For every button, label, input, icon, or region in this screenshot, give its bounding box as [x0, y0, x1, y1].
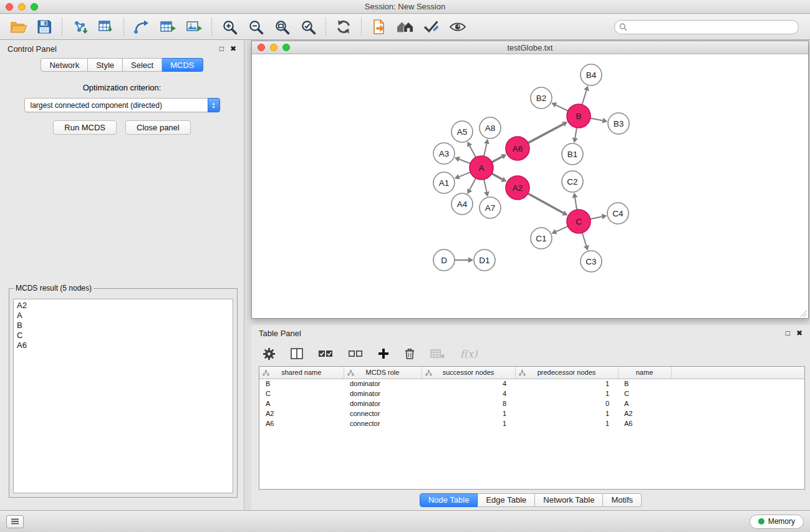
run-mcds-button[interactable]: Run MCDS: [53, 120, 117, 135]
delete-table-button[interactable]: [430, 349, 445, 359]
graph-edge-C-C1[interactable]: [556, 226, 568, 232]
export-table-button[interactable]: [155, 16, 181, 38]
graph-node-A8[interactable]: A8: [480, 117, 501, 138]
column-header-successor-nodes[interactable]: successor nodes: [422, 367, 515, 379]
tab-motifs[interactable]: Motifs: [603, 493, 642, 507]
column-header-mcds-role[interactable]: MCDS role: [344, 367, 422, 379]
graph-node-C1[interactable]: C1: [531, 228, 552, 249]
graph-node-A1[interactable]: A1: [433, 172, 455, 193]
graph-node-B1[interactable]: B1: [562, 143, 583, 165]
zoom-in-button[interactable]: [216, 16, 243, 38]
tab-network[interactable]: Network: [41, 58, 88, 72]
maximize-window-button[interactable]: [31, 3, 38, 11]
mcds-result-item[interactable]: A: [17, 311, 229, 321]
memory-button[interactable]: Memory: [750, 515, 804, 529]
graph-edge-A2-C[interactable]: [528, 193, 564, 213]
optimization-criterion-select[interactable]: largest connected component (directed) ▲…: [24, 98, 220, 112]
graph-edge-B-B2[interactable]: [556, 105, 567, 110]
float-panel-icon[interactable]: □: [219, 45, 224, 52]
tab-edge-table[interactable]: Edge Table: [478, 493, 535, 507]
graph-node-B[interactable]: B: [567, 104, 591, 128]
graph-node-B2[interactable]: B2: [531, 87, 552, 109]
graph-edge-B-B3[interactable]: [591, 118, 603, 121]
search-input[interactable]: [614, 20, 799, 34]
mcds-result-item[interactable]: A2: [17, 301, 229, 311]
minimize-window-button[interactable]: [270, 44, 277, 51]
graph-edge-A-A2[interactable]: [492, 173, 503, 179]
tab-network-table[interactable]: Network Table: [535, 493, 603, 507]
tab-select[interactable]: Select: [123, 58, 162, 72]
graph-node-A7[interactable]: A7: [480, 197, 501, 218]
show-columns-button[interactable]: [291, 348, 303, 359]
graph-edge-C-C4[interactable]: [591, 216, 602, 219]
network-home-button[interactable]: [392, 16, 418, 38]
graph-node-A[interactable]: A: [470, 156, 493, 180]
import-network-button[interactable]: [67, 16, 93, 38]
graph-edge-A-A5[interactable]: [470, 146, 476, 157]
graph-node-C4[interactable]: C4: [607, 203, 629, 224]
graph-node-C3[interactable]: C3: [581, 251, 602, 272]
delete-column-button[interactable]: [404, 347, 415, 360]
graph-node-D1[interactable]: D1: [474, 249, 495, 271]
app-titlebar[interactable]: Session: New Session: [0, 0, 810, 14]
graph-node-A3[interactable]: A3: [433, 143, 455, 164]
close-window-button[interactable]: [6, 3, 13, 11]
graph-edge-A-A3[interactable]: [459, 159, 470, 163]
graph-edge-A-A8[interactable]: [484, 143, 486, 156]
mcds-result-list[interactable]: A2ABCA6: [13, 299, 233, 493]
graph-node-B3[interactable]: B3: [608, 113, 629, 134]
show-graphics-details-button[interactable]: [445, 16, 471, 38]
style-check-button[interactable]: [418, 16, 445, 38]
graph-edge-B-B4[interactable]: [582, 90, 587, 105]
graph-edge-B-B1[interactable]: [575, 128, 577, 138]
graph-node-B4[interactable]: B4: [581, 64, 602, 85]
zoom-out-button[interactable]: [243, 16, 269, 38]
graph-node-A4[interactable]: A4: [451, 193, 473, 215]
graph-edge-A-A6[interactable]: [492, 157, 503, 162]
save-session-button[interactable]: [31, 16, 57, 38]
table-row[interactable]: Adominator80A: [259, 399, 804, 409]
tab-mcds[interactable]: MCDS: [162, 58, 203, 72]
zoom-selected-button[interactable]: [295, 16, 321, 38]
minimize-window-button[interactable]: [18, 3, 26, 11]
graph-edge-A-A4[interactable]: [470, 178, 476, 190]
export-image-button[interactable]: [181, 16, 207, 38]
tab-style[interactable]: Style: [88, 58, 123, 72]
graph-node-C2[interactable]: C2: [562, 171, 583, 192]
close-panel-button[interactable]: Close panel: [125, 120, 191, 135]
graph-edge-C-C2[interactable]: [575, 198, 577, 210]
table-row[interactable]: Bdominator41B: [259, 379, 804, 389]
graph-edge-C-C3[interactable]: [582, 233, 587, 246]
table-row[interactable]: Cdominator41C: [259, 389, 804, 399]
close-panel-icon[interactable]: ✖: [230, 45, 236, 52]
apply-layout-button[interactable]: [330, 16, 357, 38]
graph-node-C[interactable]: C: [567, 210, 591, 233]
export-network-button[interactable]: [128, 16, 155, 38]
open-document-button[interactable]: [366, 16, 392, 38]
float-panel-icon[interactable]: □: [786, 329, 790, 337]
zoom-fit-button[interactable]: [269, 16, 295, 38]
close-window-button[interactable]: [258, 44, 265, 51]
graph-edge-A-A7[interactable]: [484, 180, 486, 192]
graph-node-A2[interactable]: A2: [506, 176, 529, 200]
column-header-name[interactable]: name: [618, 367, 671, 379]
graph-node-A6[interactable]: A6: [506, 137, 529, 160]
mcds-result-item[interactable]: C: [17, 331, 229, 341]
column-header-predecessor-nodes[interactable]: predecessor nodes: [515, 367, 618, 379]
import-table-button[interactable]: [93, 16, 119, 38]
resize-grip-icon[interactable]: [800, 310, 808, 317]
table-mode-button[interactable]: [263, 347, 276, 360]
tab-node-table[interactable]: Node Table: [420, 493, 478, 507]
network-canvas[interactable]: B4B2BB3A5A8A6B1A3AC2A1A2A4A7C4CC1C3DD1: [252, 54, 808, 318]
select-all-columns-button[interactable]: [318, 349, 333, 358]
graph-node-A5[interactable]: A5: [451, 121, 473, 142]
graph-edge-A6-B[interactable]: [528, 124, 563, 143]
function-builder-button[interactable]: f(x): [460, 348, 477, 360]
open-session-button[interactable]: [5, 16, 31, 38]
show-task-history-button[interactable]: [6, 515, 24, 528]
column-header-shared-name[interactable]: shared name: [259, 367, 344, 379]
graph-edge-A-A1[interactable]: [459, 172, 470, 177]
deselect-all-columns-button[interactable]: [348, 349, 363, 358]
table-row[interactable]: A6connector11A6: [259, 418, 804, 428]
mcds-result-item[interactable]: A6: [17, 341, 229, 351]
